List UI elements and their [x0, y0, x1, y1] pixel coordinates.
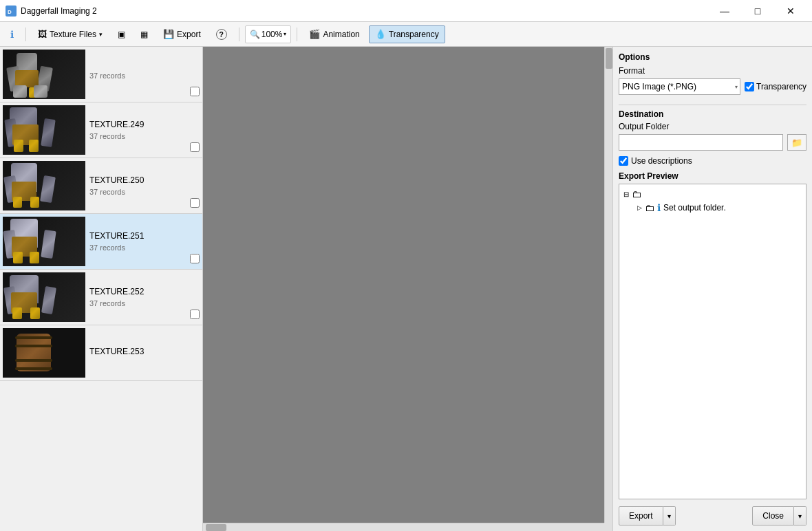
- export-preview-title: Export Preview: [619, 171, 806, 181]
- scrollbar-thumb[interactable]: [606, 48, 612, 69]
- transparency-checkbox-text: Transparency: [756, 82, 806, 91]
- section-divider: [619, 105, 806, 105]
- separator-1: [25, 28, 26, 41]
- texture-thumbnail: [3, 328, 85, 378]
- zoom-arrow: ▾: [284, 31, 286, 37]
- texture-checkbox[interactable]: [190, 198, 200, 208]
- texture-records: 37 records: [89, 72, 194, 80]
- list-item[interactable]: TEXTURE.253: [0, 325, 202, 381]
- view-grid-button[interactable]: ▦: [134, 25, 154, 43]
- texture-name: TEXTURE.251: [89, 231, 194, 241]
- view-grid-icon: ▦: [140, 30, 148, 39]
- bottom-bar: Export ▾ Close ▾: [619, 502, 806, 525]
- texture-name: TEXTURE.253: [89, 347, 194, 356]
- texture-name: TEXTURE.250: [89, 175, 194, 185]
- tree-folder-icon: 🗀: [632, 188, 641, 199]
- info-button[interactable]: ℹ: [4, 25, 20, 43]
- destination-title: Destination: [619, 109, 806, 119]
- help-button[interactable]: ?: [210, 25, 233, 43]
- animation-button[interactable]: 🎬 Animation: [303, 25, 365, 43]
- animation-label: Animation: [323, 30, 359, 39]
- horizontal-scrollbar[interactable]: [203, 523, 604, 531]
- list-item[interactable]: TEXTURE.251 37 records: [0, 214, 202, 270]
- texture-records: 37 records: [89, 132, 194, 140]
- right-panel: Options Format PNG Image (*.PNG) ▾ Trans…: [612, 47, 812, 531]
- list-item[interactable]: TEXTURE.250 37 records: [0, 158, 202, 214]
- texture-checkbox[interactable]: [190, 87, 200, 96]
- close-dropdown-icon: ▾: [798, 512, 802, 520]
- vertical-scrollbar[interactable]: [604, 47, 612, 531]
- main-layout: 37 records TEXTURE.249 37 records: [0, 47, 812, 531]
- texture-info: TEXTURE.250 37 records: [85, 175, 198, 196]
- export-label: Export: [177, 30, 201, 39]
- view-single-button[interactable]: ▣: [111, 25, 131, 43]
- h-scrollbar-thumb[interactable]: [206, 524, 226, 531]
- texture-icon: 🖼: [38, 29, 47, 39]
- texture-info: TEXTURE.251 37 records: [85, 231, 198, 252]
- animation-icon: 🎬: [309, 29, 320, 39]
- use-descriptions-checkbox[interactable]: [619, 156, 628, 166]
- browse-icon: 📁: [791, 138, 802, 148]
- texture-thumbnail: [3, 161, 85, 210]
- texture-thumbnail: [3, 272, 85, 322]
- texture-files-arrow: ▾: [99, 31, 103, 38]
- toolbar: ℹ 🖼 Texture Files ▾ ▣ ▦ 💾 Export ? 🔍 100…: [0, 22, 812, 47]
- view-single-icon: ▣: [118, 30, 125, 39]
- texture-name: TEXTURE.249: [89, 120, 194, 129]
- texture-checkbox[interactable]: [190, 142, 200, 152]
- tree-root: ⊟ 🗀: [623, 188, 802, 199]
- tree-child-expand-icon[interactable]: ▷: [637, 204, 642, 211]
- browse-button[interactable]: 📁: [787, 134, 806, 151]
- title-bar-left: D Daggerfall Imaging 2: [6, 6, 97, 17]
- export-main-button[interactable]: Export: [619, 506, 663, 525]
- format-row: PNG Image (*.PNG) ▾ Transparency: [619, 78, 806, 95]
- texture-checkbox[interactable]: [190, 254, 200, 263]
- title-bar: D Daggerfall Imaging 2 — □ ✕: [0, 0, 812, 22]
- close-main-button[interactable]: Close: [752, 506, 794, 525]
- close-btn-group: Close ▾: [752, 506, 806, 525]
- texture-records: 37 records: [89, 188, 194, 196]
- info-icon: ℹ: [10, 29, 14, 40]
- separator-2: [239, 28, 239, 41]
- tree-child-folder-icon: 🗀: [645, 202, 654, 213]
- maximize-button[interactable]: □: [742, 0, 773, 22]
- transparency-checkbox[interactable]: [745, 82, 754, 91]
- output-folder-row: 📁: [619, 134, 806, 151]
- tree-expand-icon[interactable]: ⊟: [623, 191, 629, 198]
- texture-thumbnail: [3, 217, 85, 266]
- scroll-corner: [604, 523, 612, 531]
- texture-records: 37 records: [89, 243, 194, 252]
- format-select-wrapper: PNG Image (*.PNG) ▾: [619, 78, 740, 95]
- transparency-button[interactable]: 💧 Transparency: [369, 25, 445, 43]
- export-icon: 💾: [163, 29, 174, 39]
- export-button[interactable]: 💾 Export: [157, 25, 207, 43]
- window-controls: — □ ✕: [709, 0, 806, 22]
- texture-info: TEXTURE.253: [85, 347, 198, 359]
- export-preview-box: ⊟ 🗀 ▷ 🗀 ℹ Set output folder.: [619, 184, 806, 499]
- export-arrow-button[interactable]: ▾: [663, 506, 676, 525]
- app-icon: D: [6, 6, 17, 17]
- canvas-area: [203, 47, 612, 531]
- help-label: ?: [216, 29, 227, 40]
- texture-files-button[interactable]: 🖼 Texture Files ▾: [32, 25, 109, 43]
- texture-checkbox[interactable]: [190, 310, 200, 319]
- list-item[interactable]: TEXTURE.252 37 records: [0, 270, 202, 325]
- zoom-icon: 🔍: [250, 30, 260, 39]
- tree-child: ▷ 🗀 ℹ Set output folder.: [637, 202, 802, 213]
- texture-name: TEXTURE.252: [89, 287, 194, 296]
- close-button[interactable]: ✕: [775, 0, 806, 22]
- output-folder-input[interactable]: [619, 134, 783, 151]
- svg-text:D: D: [8, 9, 12, 15]
- minimize-button[interactable]: —: [709, 0, 740, 22]
- close-arrow-button[interactable]: ▾: [794, 506, 806, 525]
- zoom-button[interactable]: 🔍 100% ▾: [245, 25, 292, 43]
- list-item[interactable]: TEXTURE.249 37 records: [0, 102, 202, 158]
- texture-list[interactable]: 37 records TEXTURE.249 37 records: [0, 47, 203, 531]
- format-select[interactable]: PNG Image (*.PNG): [619, 78, 740, 95]
- tree-info-text: Set output folder.: [663, 203, 726, 213]
- transparency-label: Transparency: [389, 30, 439, 39]
- use-descriptions-row: Use descriptions: [619, 156, 806, 166]
- list-item[interactable]: 37 records: [0, 47, 202, 102]
- app-title: Daggerfall Imaging 2: [21, 6, 97, 16]
- export-dropdown-icon: ▾: [667, 512, 671, 520]
